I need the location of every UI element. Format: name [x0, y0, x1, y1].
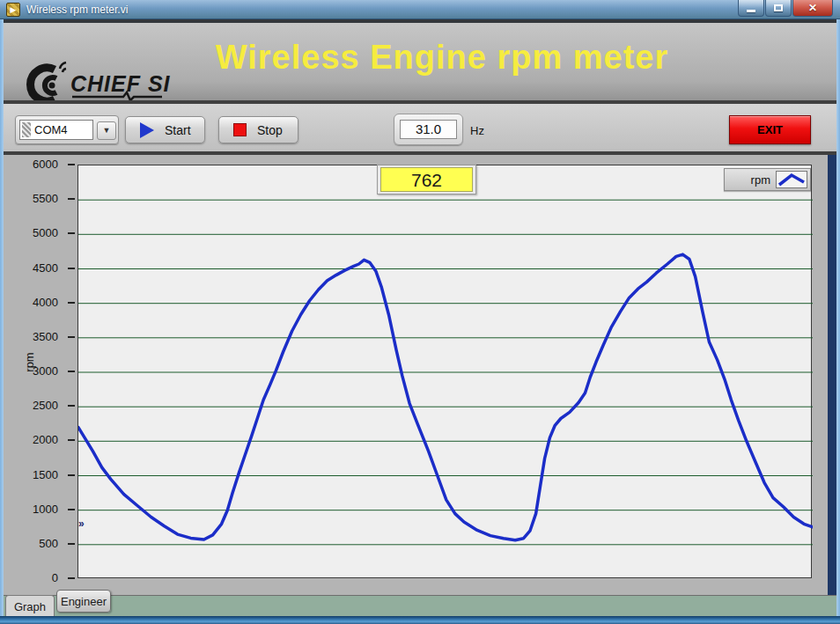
- svg-text:CHIEF SI: CHIEF SI: [70, 71, 171, 96]
- y-axis-tick-mark: [68, 509, 75, 510]
- exit-button[interactable]: EXIT: [729, 115, 811, 144]
- y-axis-tick-mark: [68, 474, 75, 476]
- panel-right-edge: [828, 155, 836, 616]
- header: CHIEF SI Wireless Engine rpm meter: [4, 23, 836, 100]
- stop-icon: [233, 123, 247, 136]
- y-axis-tick-label: 1000: [14, 503, 58, 517]
- titlebar[interactable]: ▶ Wireless rpm meter.vi ✕: [0, 0, 840, 19]
- rpm-readout: 762: [380, 167, 473, 192]
- y-axis-tick-label: 4000: [14, 296, 58, 310]
- y-axis-tick-label: 3500: [14, 330, 58, 344]
- y-axis-tick-label: 2000: [14, 433, 58, 447]
- y-axis-tick-label: 0: [14, 571, 58, 585]
- stop-button-label: Stop: [257, 123, 283, 137]
- current-value-marker-icon: »: [78, 518, 85, 530]
- window-border-bottom: [0, 616, 840, 624]
- y-axis-tick-mark: [68, 439, 75, 441]
- y-axis-tick-label: 1500: [14, 468, 58, 482]
- window-title: Wireless rpm meter.vi: [26, 4, 128, 16]
- com-port-value: COM4: [34, 123, 68, 136]
- y-axis-tick-mark: [68, 543, 75, 545]
- y-axis-tick-mark: [68, 405, 75, 407]
- dropdown-arrow-icon[interactable]: ▼: [97, 121, 116, 140]
- start-button[interactable]: Start: [125, 116, 205, 143]
- window-border-left: [0, 19, 4, 624]
- y-axis-tick-mark: [68, 198, 75, 200]
- visa-resource-icon: [22, 122, 31, 137]
- y-axis-tick-label: 2500: [14, 399, 58, 413]
- y-axis-tick-mark: [68, 302, 75, 304]
- minimize-button[interactable]: [738, 0, 764, 17]
- y-axis-tick-mark: [68, 268, 75, 269]
- com-port-select[interactable]: COM4 ▼: [15, 115, 119, 144]
- window-controls: ✕: [738, 0, 833, 17]
- close-button[interactable]: ✕: [792, 0, 833, 17]
- application-window: ▶ Wireless rpm meter.vi ✕ CHIEF SI Wirel…: [0, 0, 840, 624]
- maximize-button[interactable]: [765, 0, 792, 17]
- y-axis-tick-label: 3000: [14, 364, 58, 378]
- frequency-unit-label: Hz: [470, 124, 484, 137]
- plot-legend[interactable]: rpm: [724, 168, 811, 191]
- legend-label: rpm: [751, 173, 770, 187]
- play-icon: [140, 122, 154, 138]
- minimize-icon: [747, 10, 755, 12]
- frequency-control[interactable]: 31.0: [394, 114, 463, 145]
- legend-line-icon[interactable]: [776, 171, 807, 188]
- y-axis-tick-mark: [68, 164, 75, 165]
- close-icon: ✕: [808, 2, 817, 14]
- start-button-label: Start: [165, 123, 191, 137]
- y-axis-tick-label: 4500: [14, 261, 58, 275]
- tab-graph[interactable]: Graph: [5, 595, 55, 616]
- com-port-field[interactable]: COM4: [19, 120, 93, 140]
- y-axis-tick-mark: [68, 371, 75, 372]
- frequency-value[interactable]: 31.0: [400, 120, 457, 139]
- exit-button-label: EXIT: [757, 123, 783, 136]
- stop-button[interactable]: Stop: [218, 116, 298, 143]
- window-border-right: [836, 19, 840, 624]
- y-axis-tick-mark: [68, 577, 75, 579]
- rpm-curve: [78, 165, 813, 579]
- labview-vi-icon: ▶: [6, 3, 20, 17]
- y-axis-tick-label: 5500: [14, 192, 58, 206]
- y-axis-tick-mark: [68, 336, 75, 338]
- rpm-readout-frame: 762: [377, 165, 476, 195]
- tab-engineer[interactable]: Engineer: [56, 590, 111, 613]
- y-axis-tick-label: 6000: [14, 158, 58, 172]
- y-axis-tick-mark: [68, 232, 75, 234]
- rpm-waveform-chart: [77, 165, 812, 578]
- y-axis-tick-label: 5000: [14, 226, 58, 240]
- tab-strip: [4, 595, 836, 616]
- page-title: Wireless Engine rpm meter: [160, 39, 724, 77]
- maximize-icon: [774, 4, 783, 11]
- y-axis-tick-label: 500: [14, 537, 58, 551]
